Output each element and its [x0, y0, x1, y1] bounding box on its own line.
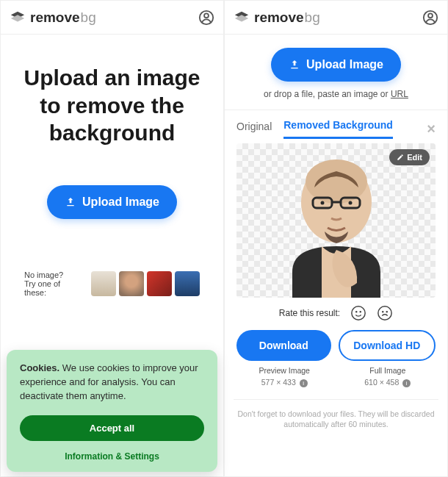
info-icon[interactable]: i [300, 379, 308, 387]
right-panel: removebg Upload Image or drop a file, pa… [224, 0, 448, 477]
tab-removed-background[interactable]: Removed Background [283, 119, 393, 139]
close-icon[interactable]: × [427, 121, 436, 137]
svg-point-20 [386, 312, 387, 312]
tab-original[interactable]: Original [236, 121, 272, 138]
logo-text: removebg [30, 10, 96, 26]
svg-point-7 [428, 13, 433, 18]
download-button[interactable]: Download [236, 330, 331, 361]
logo-icon [234, 10, 250, 26]
hero-text: Upload an image to remove the background [14, 64, 210, 147]
logo-icon [10, 10, 26, 26]
rate-row: Rate this result: [225, 305, 447, 321]
upload-area: Upload Image or drop a file, paste an im… [225, 35, 447, 110]
preview-wrap: Edit [225, 139, 447, 298]
sample-prompt: No image? Try one of these: [14, 270, 210, 297]
header: removebg [1, 1, 223, 35]
svg-point-3 [204, 13, 209, 18]
upload-button-label: Upload Image [306, 58, 383, 71]
download-meta: Preview Image 577 × 433 i Full Image 610… [225, 361, 447, 389]
cookie-settings-link[interactable]: Information & Settings [20, 451, 204, 462]
preview-label: Preview Image [236, 365, 333, 377]
svg-marker-1 [11, 15, 24, 21]
sample-thumb[interactable] [147, 271, 172, 296]
discard-notice: Don't forget to download your files. The… [234, 399, 438, 430]
sample-prompt-text: No image? Try one of these: [24, 270, 84, 297]
svg-point-15 [352, 306, 365, 320]
left-panel: removebg Upload an image to remove the b… [0, 0, 224, 477]
upload-button[interactable]: Upload Image [47, 185, 177, 219]
svg-point-14 [348, 201, 352, 205]
rate-label: Rate this result: [279, 308, 340, 318]
svg-point-16 [356, 312, 357, 312]
full-label: Full Image [340, 365, 436, 377]
upload-button-label: Upload Image [82, 196, 159, 209]
svg-point-19 [383, 312, 383, 312]
sample-thumb[interactable] [91, 271, 116, 296]
upload-icon [65, 196, 76, 208]
logo[interactable]: removebg [234, 10, 320, 26]
sample-thumb[interactable] [175, 271, 200, 296]
drop-hint: or drop a file, paste an image or URL [264, 89, 408, 99]
header: removebg [225, 1, 447, 35]
sample-thumb[interactable] [119, 271, 144, 296]
svg-point-18 [378, 306, 391, 320]
edit-button-label: Edit [407, 153, 422, 162]
cookie-text: Cookies. We use cookies to improve your … [20, 362, 204, 404]
sample-thumbs [91, 271, 200, 296]
result-tabs: Original Removed Background × [225, 110, 447, 139]
person-image [270, 151, 402, 298]
account-icon[interactable] [422, 10, 438, 26]
full-dimensions: 610 × 458 [364, 378, 399, 387]
account-icon[interactable] [198, 10, 214, 26]
smile-icon[interactable] [350, 305, 366, 321]
download-row: Download Download HD [225, 330, 447, 361]
frown-icon[interactable] [377, 305, 393, 321]
url-link[interactable]: URL [391, 89, 408, 99]
download-hd-button[interactable]: Download HD [339, 330, 436, 361]
logo-text: removebg [254, 10, 320, 26]
upload-icon [289, 59, 300, 71]
accept-all-button[interactable]: Accept all [20, 415, 204, 441]
cookie-banner: Cookies. We use cookies to improve your … [7, 350, 217, 472]
upload-button[interactable]: Upload Image [271, 48, 401, 82]
preview-dimensions: 577 × 433 [261, 378, 296, 387]
result-preview: Edit [236, 143, 436, 298]
svg-point-17 [360, 312, 361, 312]
svg-point-13 [320, 201, 324, 205]
logo[interactable]: removebg [10, 10, 96, 26]
info-icon[interactable]: i [402, 379, 411, 387]
